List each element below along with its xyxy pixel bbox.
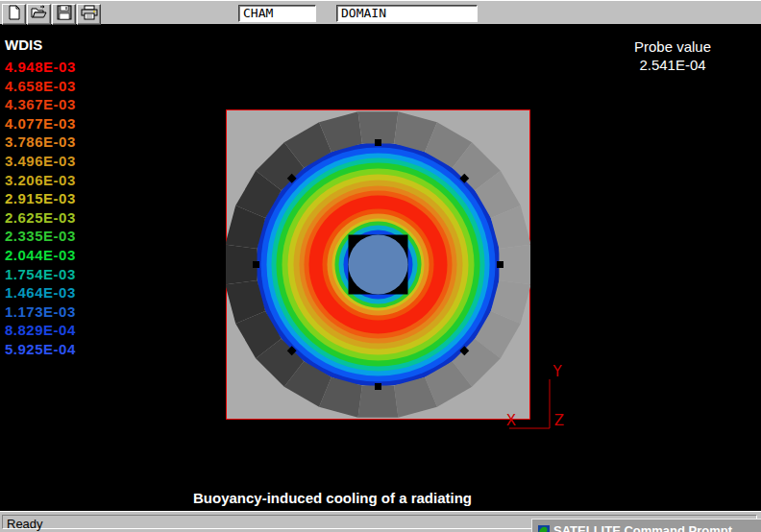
legend-entry: 4.077E-03 bbox=[5, 114, 76, 133]
printer-icon bbox=[81, 5, 98, 24]
probe-label: Probe value bbox=[615, 37, 730, 56]
console-window-icon bbox=[538, 522, 550, 532]
legend-entry: 2.335E-03 bbox=[5, 227, 76, 246]
domain-field[interactable]: DOMAIN bbox=[336, 5, 478, 22]
legend-entry: 2.044E-03 bbox=[5, 246, 76, 265]
legend-entry: 2.915E-03 bbox=[5, 189, 76, 208]
application-window: CHAM DOMAIN WDIS 4.948E-034.658E-034.367… bbox=[0, 0, 761, 532]
legend-entry: 1.173E-03 bbox=[5, 302, 76, 322]
new-document-button[interactable] bbox=[2, 4, 26, 25]
legend-entry: 2.625E-03 bbox=[5, 208, 76, 228]
legend-variable-title: WDIS bbox=[5, 36, 76, 53]
legend-entry: 1.464E-03 bbox=[5, 283, 76, 302]
axis-y-label: Y bbox=[552, 363, 562, 380]
plot-caption: Buoyancy-induced cooling of a radiating bbox=[0, 490, 665, 506]
legend-entries: 4.948E-034.658E-034.367E-034.077E-033.78… bbox=[5, 58, 76, 359]
legend-entry: 4.367E-03 bbox=[5, 95, 76, 114]
save-file-button[interactable] bbox=[52, 4, 76, 25]
contour-legend: WDIS 4.948E-034.658E-034.367E-034.077E-0… bbox=[5, 36, 76, 359]
cham-field[interactable]: CHAM bbox=[238, 5, 316, 22]
probe-readout: Probe value 2.541E-04 bbox=[615, 37, 730, 74]
legend-entry: 5.925E-04 bbox=[5, 340, 76, 359]
legend-entry: 3.206E-03 bbox=[5, 171, 76, 190]
legend-entry: 3.496E-03 bbox=[5, 152, 76, 171]
legend-entry: 1.754E-03 bbox=[5, 265, 76, 284]
toolbar: CHAM DOMAIN bbox=[0, 0, 761, 26]
axis-z-label: Z bbox=[554, 412, 564, 429]
legend-entry: 8.829E-04 bbox=[5, 321, 76, 340]
background-window-titlebar[interactable]: SATELLITE Command Prompt bbox=[531, 519, 761, 532]
print-button[interactable] bbox=[77, 4, 101, 25]
contour-plot[interactable] bbox=[226, 109, 530, 420]
background-window-title: SATELLITE Command Prompt bbox=[553, 523, 732, 532]
save-floppy-icon bbox=[57, 5, 72, 24]
legend-entry: 3.786E-03 bbox=[5, 133, 76, 152]
legend-entry: 4.658E-03 bbox=[5, 77, 76, 96]
legend-entry: 4.948E-03 bbox=[5, 58, 76, 77]
axis-x-label: X bbox=[506, 412, 516, 429]
new-document-icon bbox=[7, 5, 22, 24]
axis-triad: Y X Z bbox=[495, 360, 591, 437]
probe-value: 2.541E-04 bbox=[615, 56, 730, 74]
open-file-button[interactable] bbox=[27, 4, 51, 25]
open-folder-icon bbox=[31, 5, 47, 24]
